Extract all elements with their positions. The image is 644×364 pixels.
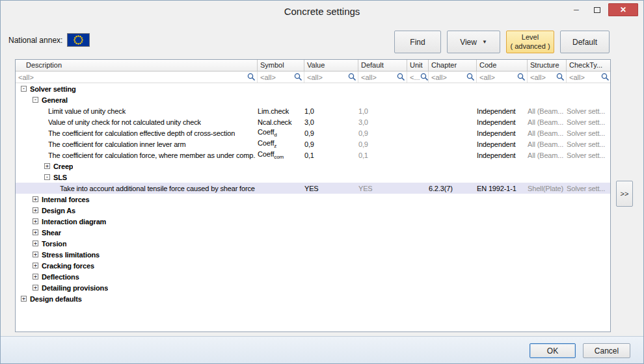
cell-value: 3,0: [304, 118, 358, 126]
expand-icon[interactable]: +: [33, 207, 38, 213]
filter-value[interactable]: <all>: [304, 72, 358, 83]
concrete-settings-dialog: Concrete settings ─ ✕ National annex:: [0, 0, 644, 364]
tree-item-row[interactable]: The coefficient for calculation force, w…: [16, 150, 610, 161]
expand-columns-button[interactable]: >>: [616, 181, 633, 207]
expand-icon[interactable]: +: [33, 218, 38, 224]
tree-group-row[interactable]: +Internal forces: [16, 194, 610, 205]
cell-description: +Shear: [16, 229, 258, 237]
cell-code: Independent: [477, 140, 528, 148]
level-button[interactable]: Level ( advanced ): [506, 31, 554, 53]
cell-code: EN 1992-1-1: [477, 185, 528, 192]
close-button[interactable]: ✕: [608, 3, 638, 16]
filter-checktype[interactable]: <all>: [567, 72, 611, 83]
default-button[interactable]: Default: [560, 31, 610, 53]
collapse-icon[interactable]: -: [44, 174, 50, 180]
tree-group-row[interactable]: +Torsion: [16, 238, 610, 249]
expand-icon[interactable]: +: [33, 240, 38, 246]
find-button[interactable]: Find: [394, 31, 441, 53]
filter-chapter[interactable]: <all>: [429, 72, 477, 83]
column-header-checktype[interactable]: CheckTy...: [567, 60, 611, 71]
tree-group-row[interactable]: +Cracking forces: [16, 260, 610, 271]
eu-flag-icon[interactable]: [67, 33, 90, 47]
tree-item-row[interactable]: The coefficient for calculation effectiv…: [16, 127, 610, 138]
tree-item-row[interactable]: Take into account additional tensile for…: [16, 183, 610, 194]
cancel-button[interactable]: Cancel: [583, 343, 630, 358]
expand-icon[interactable]: +: [21, 296, 27, 302]
cell-symbol: Ncal.check: [258, 118, 304, 126]
expand-icon[interactable]: +: [44, 163, 50, 169]
search-icon[interactable]: [294, 73, 302, 81]
cell-description: The coefficient for calculation force, w…: [16, 151, 258, 159]
column-header-unit[interactable]: Unit: [407, 60, 429, 71]
search-icon[interactable]: [601, 73, 610, 81]
cell-description: +Cracking forces: [16, 262, 258, 270]
tree-group-row[interactable]: +Deflections: [16, 271, 610, 282]
tree-group-row[interactable]: -General: [16, 94, 610, 105]
filter-description[interactable]: <all>: [16, 72, 258, 83]
cell-default: 1,0: [358, 107, 407, 115]
tree-group-row[interactable]: +Detailing provisions: [16, 282, 610, 293]
filter-structure[interactable]: <all>: [528, 72, 567, 83]
search-icon[interactable]: [397, 73, 405, 81]
column-header-value[interactable]: Value: [304, 60, 358, 71]
column-header-symbol[interactable]: Symbol: [258, 60, 304, 71]
footer-bar: OK Cancel: [1, 336, 643, 363]
minimize-button[interactable]: ─: [567, 3, 586, 16]
tree-group-row[interactable]: +Interaction diagram: [16, 216, 610, 227]
column-header-chapter[interactable]: Chapter: [429, 60, 477, 71]
row-label: Cracking forces: [42, 262, 94, 270]
tree-item-row[interactable]: Limit value of unity checkLim.check1,01,…: [16, 105, 610, 116]
filter-unit[interactable]: <...: [407, 72, 429, 83]
title-bar[interactable]: Concrete settings ─ ✕: [1, 1, 643, 21]
search-icon[interactable]: [466, 73, 475, 81]
cell-description: -Solver setting: [16, 85, 258, 93]
view-button[interactable]: View ▼: [447, 31, 500, 53]
row-label: Torsion: [42, 240, 66, 248]
cell-symbol: Coeffcom: [258, 150, 304, 160]
filter-symbol[interactable]: <all>: [258, 72, 304, 83]
collapse-icon[interactable]: -: [21, 86, 27, 92]
tree-group-row[interactable]: -Solver setting: [16, 83, 610, 94]
tree-group-row[interactable]: +Design As: [16, 205, 610, 216]
filter-value: <all>: [431, 73, 447, 81]
row-label: The coefficient for calculation inner le…: [48, 140, 186, 148]
search-icon[interactable]: [348, 73, 356, 81]
tree-item-row[interactable]: The coefficient for calculation inner le…: [16, 138, 610, 150]
column-header-structure[interactable]: Structure: [528, 60, 567, 71]
cell-structure: All (Beam...: [528, 118, 567, 126]
tree-item-row[interactable]: Value of unity check for not calculated …: [16, 116, 610, 127]
expand-icon[interactable]: +: [33, 285, 38, 291]
expand-icon[interactable]: +: [33, 274, 38, 280]
expand-icon[interactable]: +: [33, 196, 38, 202]
close-icon: ✕: [620, 5, 626, 14]
column-header-description[interactable]: Description: [16, 60, 258, 71]
row-label: The coefficient for calculation force, w…: [48, 151, 256, 159]
tree-group-row[interactable]: +Shear: [16, 227, 610, 238]
expand-icon[interactable]: +: [33, 252, 38, 257]
search-icon[interactable]: [247, 73, 256, 81]
settings-grid: DescriptionSymbolValueDefaultUnitChapter…: [15, 59, 611, 332]
cell-checktype: Solver sett...: [567, 151, 611, 159]
search-icon[interactable]: [420, 73, 429, 81]
search-icon[interactable]: [556, 73, 565, 81]
filter-value: <all>: [479, 73, 495, 81]
national-annex-label: National annex:: [8, 36, 62, 45]
search-icon[interactable]: [517, 73, 526, 81]
expand-icon[interactable]: +: [33, 229, 38, 235]
tree-group-row[interactable]: -SLS: [16, 172, 610, 183]
row-label: Interaction diagram: [42, 218, 106, 226]
maximize-button[interactable]: [587, 3, 607, 16]
tree-group-row[interactable]: +Creep: [16, 161, 610, 172]
filter-default[interactable]: <all>: [358, 72, 407, 83]
expand-icon[interactable]: +: [33, 263, 38, 268]
ok-button[interactable]: OK: [530, 343, 576, 358]
column-header-default[interactable]: Default: [358, 60, 407, 71]
filter-code[interactable]: <all>: [477, 72, 528, 83]
column-header-code[interactable]: Code: [477, 60, 528, 71]
cell-description: The coefficient for calculation effectiv…: [16, 129, 258, 137]
cell-description: -SLS: [16, 174, 258, 181]
tree-group-row[interactable]: +Stress limitations: [16, 249, 610, 260]
tree-group-row[interactable]: +Design defaults: [16, 293, 610, 304]
cell-default: YES: [358, 185, 407, 192]
collapse-icon[interactable]: -: [33, 97, 38, 103]
